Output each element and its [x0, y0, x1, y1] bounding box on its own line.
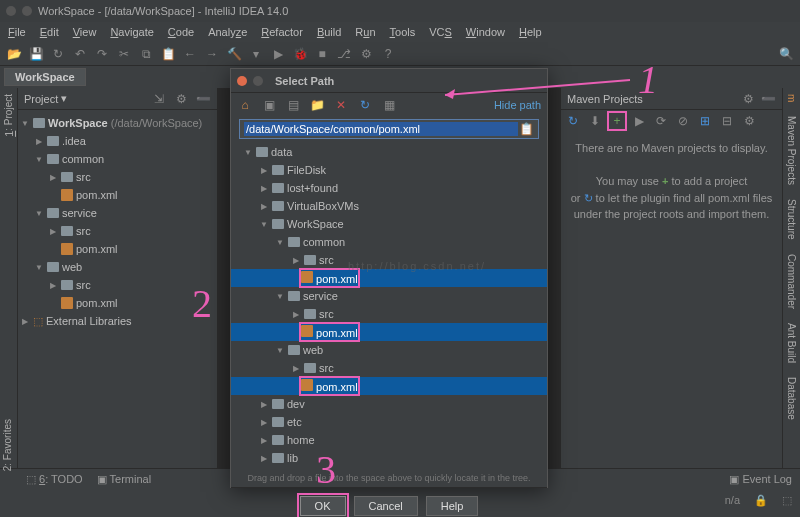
toggle-icon[interactable]: ⊘: [675, 113, 691, 129]
expand-arrow-icon[interactable]: ▶: [259, 202, 269, 211]
dialog-tree-node[interactable]: ▶lib: [231, 449, 547, 467]
redo-icon[interactable]: ↷: [94, 46, 110, 62]
menu-window[interactable]: Window: [466, 26, 505, 38]
copy-icon[interactable]: ⧉: [138, 46, 154, 62]
expand-arrow-icon[interactable]: ▼: [275, 238, 285, 247]
expand-arrow-icon[interactable]: ▼: [259, 220, 269, 229]
home-icon[interactable]: ⌂: [237, 97, 253, 113]
menu-navigate[interactable]: Navigate: [110, 26, 153, 38]
expand-arrow-icon[interactable]: ▶: [259, 166, 269, 175]
save-icon[interactable]: 💾: [28, 46, 44, 62]
dialog-tree-node[interactable]: ▶src: [231, 305, 547, 323]
collapse-icon[interactable]: ⊟: [719, 113, 735, 129]
tree-external-libs[interactable]: ▶⬚External Libraries: [20, 312, 215, 330]
dialog-tree-node[interactable]: ▶home: [231, 431, 547, 449]
tab-terminal[interactable]: ▣ Terminal: [97, 473, 151, 486]
tree-root[interactable]: ▼ WorkSpace (/data/WorkSpace): [20, 114, 215, 132]
tree-node[interactable]: pom.xml: [20, 240, 215, 258]
menu-help[interactable]: Help: [519, 26, 542, 38]
menu-vcs[interactable]: VCS: [429, 26, 452, 38]
tree-node[interactable]: ▼common: [20, 150, 215, 168]
tree-node[interactable]: ▼web: [20, 258, 215, 276]
hide-path-link[interactable]: Hide path: [494, 99, 541, 111]
menu-tools[interactable]: Tools: [390, 26, 416, 38]
forward-icon[interactable]: →: [204, 46, 220, 62]
dialog-tree-node[interactable]: ▼service: [231, 287, 547, 305]
tab-structure[interactable]: Structure: [786, 199, 797, 240]
tree-node[interactable]: ▼service: [20, 204, 215, 222]
tab-todo[interactable]: ⬚ 6: TODO: [26, 473, 83, 486]
tab-maven-projects-label[interactable]: Maven Projects: [786, 116, 797, 185]
dialog-tree-node[interactable]: pom.xml: [231, 323, 547, 341]
expand-arrow-icon[interactable]: ▶: [291, 256, 301, 265]
expand-arrow-icon[interactable]: ▼: [275, 292, 285, 301]
tab-maven-projects[interactable]: m: [786, 94, 797, 102]
execute-icon[interactable]: ⟳: [653, 113, 669, 129]
dialog-close-icon[interactable]: [237, 76, 247, 86]
menu-file[interactable]: File: [8, 26, 26, 38]
tab-ant-build[interactable]: Ant Build: [786, 323, 797, 363]
expand-arrow-icon[interactable]: ▶: [259, 184, 269, 193]
menu-code[interactable]: Code: [168, 26, 194, 38]
undo-icon[interactable]: ↶: [72, 46, 88, 62]
delete-icon[interactable]: ✕: [333, 97, 349, 113]
settings-icon[interactable]: ⚙: [358, 46, 374, 62]
dialog-min-icon[interactable]: [253, 76, 263, 86]
reimport-icon[interactable]: ↻: [565, 113, 581, 129]
build-icon[interactable]: 🔨: [226, 46, 242, 62]
menu-edit[interactable]: Edit: [40, 26, 59, 38]
window-control-icon[interactable]: [6, 6, 16, 16]
dialog-tree-node[interactable]: ▶etc: [231, 413, 547, 431]
dialog-tree-node[interactable]: ▶dev: [231, 395, 547, 413]
expand-arrow-icon[interactable]: ▶: [259, 400, 269, 409]
help-button[interactable]: Help: [426, 496, 479, 516]
menu-view[interactable]: View: [73, 26, 97, 38]
gear-icon[interactable]: ⚙: [740, 91, 756, 107]
expand-arrow-icon[interactable]: ▶: [259, 418, 269, 427]
refresh-icon[interactable]: ↻: [50, 46, 66, 62]
expand-arrow-icon[interactable]: ▶: [291, 364, 301, 373]
back-icon[interactable]: ←: [182, 46, 198, 62]
open-icon[interactable]: 📂: [6, 46, 22, 62]
settings-icon[interactable]: ⚙: [741, 113, 757, 129]
dialog-tree-node[interactable]: pom.xml: [231, 269, 547, 287]
dialog-tree-node[interactable]: ▶FileDisk: [231, 161, 547, 179]
event-log-link[interactable]: ▣ Event Log: [729, 473, 792, 486]
show-deps-icon[interactable]: ⊞: [697, 113, 713, 129]
window-control-icon[interactable]: [22, 6, 32, 16]
ok-button[interactable]: OK: [300, 496, 346, 516]
dialog-tree-node[interactable]: ▼web: [231, 341, 547, 359]
status-widget-icon[interactable]: ⬚: [782, 494, 792, 507]
tree-node[interactable]: pom.xml: [20, 186, 215, 204]
run-config-icon[interactable]: ▾: [248, 46, 264, 62]
run-icon[interactable]: ▶: [631, 113, 647, 129]
dialog-tree-node[interactable]: ▼common: [231, 233, 547, 251]
expand-arrow-icon[interactable]: ▼: [275, 346, 285, 355]
refresh-icon[interactable]: ↻: [357, 97, 373, 113]
tab-commander[interactable]: Commander: [786, 254, 797, 309]
run-icon[interactable]: ▶: [270, 46, 286, 62]
workspace-tab[interactable]: WorkSpace: [4, 68, 86, 86]
path-input-field[interactable]: 📋: [239, 119, 539, 139]
cancel-button[interactable]: Cancel: [354, 496, 418, 516]
history-icon[interactable]: 📋: [518, 121, 534, 137]
tab-favorites-rail[interactable]: 2: Favorites: [0, 415, 18, 475]
project-tree[interactable]: ▼ WorkSpace (/data/WorkSpace) ▶.idea ▼co…: [18, 110, 217, 334]
desktop-icon[interactable]: ▣: [261, 97, 277, 113]
paste-icon[interactable]: 📋: [160, 46, 176, 62]
project-icon[interactable]: ▤: [285, 97, 301, 113]
expand-arrow-icon[interactable]: ▶: [259, 436, 269, 445]
add-icon[interactable]: +: [609, 113, 625, 129]
dialog-file-tree[interactable]: ▼data▶FileDisk▶lost+found▶VirtualBoxVMs▼…: [231, 141, 547, 469]
menu-build[interactable]: Build: [317, 26, 341, 38]
project-view-dropdown[interactable]: Project ▾: [24, 92, 67, 105]
expand-arrow-icon[interactable]: ▶: [259, 454, 269, 463]
new-folder-icon[interactable]: 📁: [309, 97, 325, 113]
help-icon[interactable]: ?: [380, 46, 396, 62]
dialog-tree-node[interactable]: ▶src: [231, 359, 547, 377]
menu-analyze[interactable]: Analyze: [208, 26, 247, 38]
dialog-tree-node[interactable]: ▶lost+found: [231, 179, 547, 197]
hide-icon[interactable]: ➖: [195, 91, 211, 107]
dialog-tree-node[interactable]: ▼data: [231, 143, 547, 161]
cut-icon[interactable]: ✂: [116, 46, 132, 62]
